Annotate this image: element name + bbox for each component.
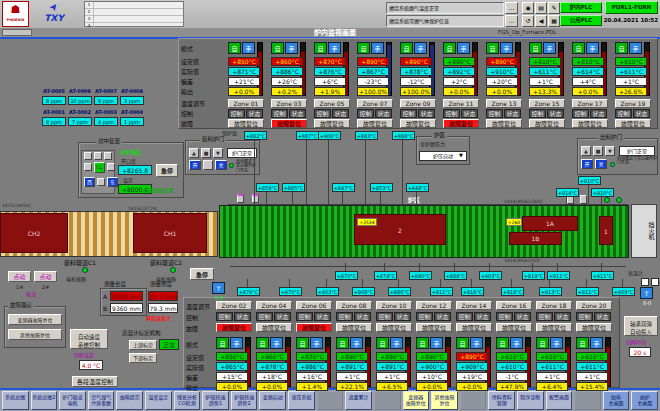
nav-button-9[interactable]: 炉辊转速 趋势2 (231, 391, 258, 410)
zoom-icon[interactable]: ◉ (522, 2, 534, 14)
zone-09-button[interactable]: Zone 09 (400, 99, 436, 108)
nav-button-2[interactable]: 系统总图2 (31, 391, 58, 410)
zone-15-control-button[interactable]: 控制 (529, 109, 546, 118)
discharge-door-stop-button[interactable]: ■ (593, 146, 603, 156)
furnace-slab-1b[interactable]: 1B (509, 232, 562, 245)
zone-12-status-button[interactable]: 状态 (434, 312, 451, 321)
zone-19-manual-button[interactable]: 手 (629, 42, 642, 54)
centering-button-6[interactable] (97, 178, 105, 186)
zone-15-fault-reset-button[interactable]: 故障复位 (529, 119, 565, 128)
zone-09-auto-button[interactable]: 自 (400, 42, 413, 54)
zone-07-auto-button[interactable]: 自 (357, 42, 370, 54)
nav-button-4[interactable]: 空气煤气 介质参数 (88, 391, 115, 410)
nav-button-5[interactable]: 故障提示 (116, 391, 143, 410)
zone-11-manual-button[interactable]: 手 (457, 42, 470, 54)
zone-16-button[interactable]: Zone 16 (496, 301, 532, 310)
zone-18-manual-button[interactable]: 手 (550, 337, 563, 349)
zone-01-fault-reset-button[interactable]: 故障复位 (228, 119, 264, 128)
zone-16-control-button[interactable]: 控制 (496, 312, 513, 321)
zone-06-fault-reset-button[interactable]: 故障复位 (296, 323, 332, 332)
zone-06-control-button[interactable]: 控制 (296, 312, 313, 321)
zone-16-status-button[interactable]: 状态 (514, 312, 531, 321)
zone-14-fault-reset-button[interactable]: 故障复位 (456, 323, 492, 332)
centering-estop-button[interactable]: 急停 (156, 164, 178, 177)
zone-18-control-button[interactable]: 控制 (536, 312, 553, 321)
centering-east-button[interactable]: 东 (107, 177, 118, 187)
roller-jog-button-1[interactable]: 点动 (8, 271, 31, 282)
zone-15-manual-button[interactable]: 手 (543, 42, 556, 54)
zone-13-button[interactable]: Zone 13 (486, 99, 522, 108)
zone-17-control-button[interactable]: 控制 (572, 109, 589, 118)
zone-04-control-button[interactable]: 控制 (256, 312, 273, 321)
zone-16-manual-button[interactable]: 手 (510, 337, 523, 349)
zone-13-manual-button[interactable]: 手 (500, 42, 513, 54)
nav-button-8[interactable]: 炉辊转速 趋势1 (202, 391, 229, 410)
zone-04-auto-button[interactable]: 自 (256, 337, 269, 349)
zone-16-fault-reset-button[interactable]: 故障复位 (496, 323, 532, 332)
zone-10-control-button[interactable]: 控制 (376, 312, 393, 321)
zone-20-auto-button[interactable]: 自 (576, 337, 589, 349)
zone-19-control-button[interactable]: 控制 (615, 109, 632, 118)
charge-door-close-button[interactable]: 关 (215, 160, 227, 170)
zone-12-control-button[interactable]: 控制 (416, 312, 433, 321)
zone-19-button[interactable]: Zone 19 (615, 99, 651, 108)
conveyor-estop-button[interactable]: 急停 (190, 268, 214, 280)
roller-jog-button-2[interactable]: 点动 (34, 271, 57, 282)
zone-01-button[interactable]: Zone 01 (228, 99, 264, 108)
zone-06-manual-button[interactable]: 手 (310, 337, 323, 349)
zone-03-button[interactable]: Zone 03 (271, 99, 307, 108)
charge-door-stop-button[interactable]: ■ (201, 148, 211, 158)
bearing-lube-auto-button[interactable]: 轴承润滑 自动投入 (624, 316, 658, 336)
zone-08-manual-button[interactable]: 手 (350, 337, 363, 349)
zone-17-fault-reset-button[interactable]: 故障复位 (572, 119, 608, 128)
nav-button-18[interactable]: 坯料资料 管理 (488, 391, 515, 410)
centering-button-4[interactable] (84, 163, 92, 171)
zone-18-status-button[interactable]: 状态 (554, 312, 571, 321)
section-temp-control-button[interactable]: 各段温度控制 (72, 376, 118, 387)
left-thermocouple-toggle[interactable]: T (212, 282, 225, 294)
zone-18-fault-reset-button[interactable]: 故障复位 (536, 323, 572, 332)
alarm-list[interactable]: 1234 (84, 1, 184, 27)
zone-07-manual-button[interactable]: 手 (371, 42, 384, 54)
zone-06-button[interactable]: Zone 06 (296, 301, 332, 310)
nav-button-20[interactable]: 报警画面 (546, 391, 573, 410)
zone-15-button[interactable]: Zone 15 (529, 99, 565, 108)
nav-button-15[interactable]: 变频器 故障复位 (403, 391, 430, 410)
other-fault-reset-button[interactable]: 其他故障复位 (8, 329, 62, 340)
nav-button-10[interactable]: 变频启动 (259, 391, 286, 410)
discharge-door-open-button[interactable]: 开 (581, 159, 593, 169)
zone-20-control-button[interactable]: 控制 (576, 312, 593, 321)
nav-button-11[interactable]: 液压系统 (288, 391, 315, 410)
zone-08-button[interactable]: Zone 08 (336, 301, 372, 310)
zone-13-auto-button[interactable]: 自 (486, 42, 499, 54)
zone-10-status-button[interactable]: 状态 (394, 312, 411, 321)
zone-07-status-button[interactable]: 状态 (375, 109, 392, 118)
centering-start-button[interactable]: CL (94, 162, 105, 173)
zone-04-button[interactable]: Zone 04 (256, 301, 292, 310)
zone-14-manual-button[interactable]: 手 (470, 337, 483, 349)
charge-door-auto-button[interactable] (203, 160, 213, 170)
zone-05-control-button[interactable]: 控制 (314, 109, 331, 118)
zone-03-auto-button[interactable]: 自 (271, 42, 284, 54)
zone-05-status-button[interactable]: 状态 (332, 109, 349, 118)
zone-07-fault-reset-button[interactable]: 故障复位 (357, 119, 393, 128)
nav-button-19[interactable]: 程序诊断 (517, 391, 544, 410)
discharge-door-close-button[interactable]: 关 (595, 159, 607, 169)
zone-05-fault-reset-button[interactable]: 故障复位 (314, 119, 350, 128)
zone-05-manual-button[interactable]: 手 (328, 42, 341, 54)
discharge-door-down-button[interactable]: ▼ (605, 146, 615, 156)
alarm-more-button-2[interactable]: ... (505, 15, 518, 27)
nav-button-6[interactable]: 温度设定 (145, 391, 172, 410)
auto-speed-system-button[interactable]: 自动速度 系统控制 (70, 329, 108, 349)
right-thermocouple-toggle[interactable]: T (640, 287, 653, 299)
zone-04-manual-button[interactable]: 手 (270, 337, 283, 349)
nav-button-1[interactable]: 系统总图 (2, 391, 29, 410)
print-icon[interactable]: ▤ (535, 2, 547, 14)
zone-07-control-button[interactable]: 控制 (357, 109, 374, 118)
zone-14-control-button[interactable]: 控制 (456, 312, 473, 321)
centering-button-5[interactable] (107, 163, 115, 171)
zone-20-manual-button[interactable]: 手 (590, 337, 603, 349)
zone-08-control-button[interactable]: 控制 (336, 312, 353, 321)
zone-11-auto-button[interactable]: 自 (443, 42, 456, 54)
image-icon[interactable]: ▦ (548, 15, 560, 27)
